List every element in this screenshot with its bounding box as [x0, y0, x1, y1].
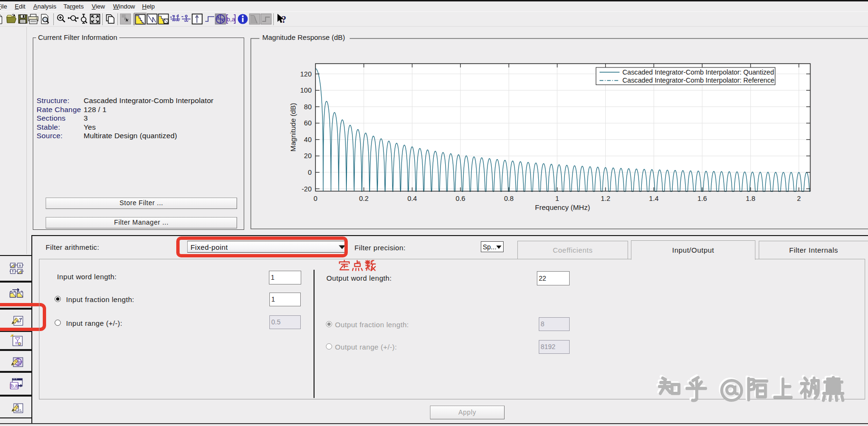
svg-text:120: 120	[300, 70, 312, 78]
svg-text:Magnitude Response (dB): Magnitude Response (dB)	[262, 33, 345, 41]
svg-text:1.8: 1.8	[746, 195, 755, 202]
svg-text:-20: -20	[302, 185, 312, 193]
svg-text:0.8: 0.8	[504, 195, 514, 202]
svg-text:1.4: 1.4	[649, 195, 658, 202]
svg-text:1.6: 1.6	[697, 195, 707, 202]
svg-text:[b,a]: [b,a]	[10, 383, 19, 388]
svg-text:?: ?	[282, 14, 286, 25]
svg-text:Frequency (MHz): Frequency (MHz)	[535, 203, 590, 211]
svg-text:b,a: b,a	[227, 16, 236, 23]
svg-text:1: 1	[555, 195, 559, 202]
svg-text:20: 20	[304, 152, 312, 160]
svg-text:100: 100	[300, 86, 312, 94]
svg-text:0: 0	[308, 169, 312, 176]
svg-text:Cascaded Integrator-Comb Inter: Cascaded Integrator-Comb Interpolator: R…	[622, 76, 774, 84]
svg-text:1.2: 1.2	[601, 195, 610, 202]
svg-text:40: 40	[304, 136, 312, 143]
svg-text:Cascaded Integrator-Comb Inter: Cascaded Integrator-Comb Interpolator: Q…	[622, 68, 774, 76]
svg-text:0: 0	[314, 195, 317, 202]
svg-text:0.6: 0.6	[456, 195, 465, 202]
svg-text:Magnitude (dB): Magnitude (dB)	[289, 103, 297, 152]
svg-text:0.4: 0.4	[407, 195, 417, 202]
svg-text:2: 2	[797, 195, 801, 202]
svg-text:0.2: 0.2	[359, 195, 369, 202]
svg-text:60: 60	[304, 119, 312, 127]
svg-text:80: 80	[304, 103, 312, 111]
